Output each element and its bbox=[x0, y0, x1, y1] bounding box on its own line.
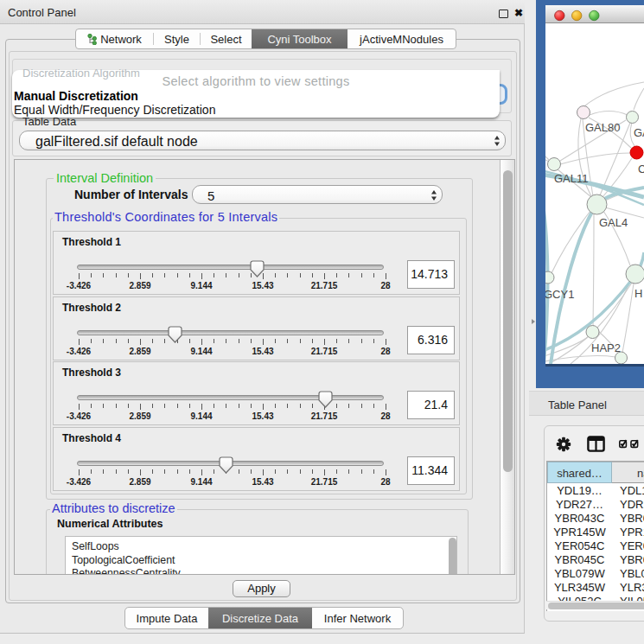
svg-text:GA: GA bbox=[634, 126, 644, 139]
svg-text:C: C bbox=[638, 163, 644, 175]
svg-text:GAL11: GAL11 bbox=[554, 172, 589, 185]
svg-text:GCY1: GCY1 bbox=[545, 288, 574, 301]
svg-text:GAL4: GAL4 bbox=[599, 216, 628, 229]
svg-text:GAL80: GAL80 bbox=[585, 121, 620, 134]
svg-text:H: H bbox=[634, 287, 642, 300]
svg-text:HAP2: HAP2 bbox=[591, 341, 621, 354]
